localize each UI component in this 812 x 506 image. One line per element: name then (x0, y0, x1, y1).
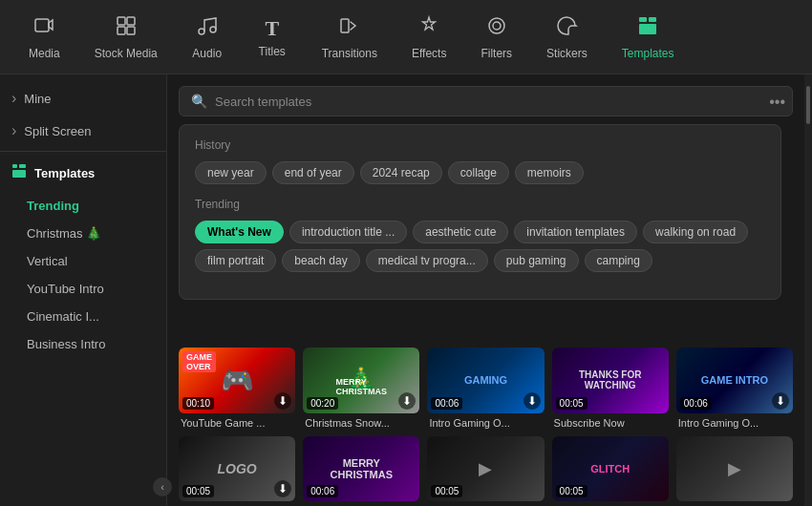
toolbar-transitions-label: Transitions (322, 47, 377, 60)
tag-end-of-year[interactable]: end of year (272, 161, 354, 184)
download-6[interactable]: ⬇ (274, 480, 291, 497)
toolbar-transitions[interactable]: Transitions (309, 7, 391, 68)
duration-2: 00:20 (307, 397, 338, 410)
template-grid-area: 🎮 GAMEOVER 00:10 ⬇ YouTube Game ... 🎄 ME… (167, 336, 804, 506)
tag-pub-gaming[interactable]: pub gaming (494, 249, 579, 272)
thumb-glitch-img: GLITCH 00:05 (552, 436, 669, 502)
tag-new-year[interactable]: new year (195, 161, 267, 184)
template-game-intro-blue[interactable]: GAME INTRO 00:06 ⬇ Intro Gaming O... (676, 348, 793, 429)
toolbar-media-label: Media (29, 47, 60, 60)
toolbar-effects-label: Effects (412, 47, 446, 60)
thumb-youtube-game-img: 🎮 GAMEOVER 00:10 ⬇ (179, 348, 295, 413)
tag-2024-recap[interactable]: 2024 recap (360, 161, 442, 184)
sidebar-item-business[interactable]: Business Intro (15, 330, 166, 358)
toolbar-stock-media[interactable]: Stock Media (81, 7, 171, 68)
download-2[interactable]: ⬇ (398, 392, 416, 410)
search-dropdown: History new year end of year 2024 recap … (179, 124, 781, 300)
filters-icon (485, 14, 508, 43)
more-options-btn[interactable]: ••• (769, 94, 785, 111)
chevron-right-icon: › (11, 90, 16, 107)
search-input[interactable] (215, 95, 780, 109)
sidebar-item-youtube-intro[interactable]: YouTube Intro (15, 275, 166, 303)
duration-8: 00:05 (431, 485, 462, 497)
template-christmas-intro[interactable]: MERRYCHRISTMAS 00:06 Christmas Intro ... (303, 436, 419, 506)
thumb-subscribe-img: THANKS FORWATCHING 00:05 (552, 348, 669, 413)
tag-introduction[interactable]: introduction title ... (289, 221, 407, 243)
label-christmas-snow: Christmas Snow... (303, 417, 419, 429)
sidebar-item-trending[interactable]: Trending (15, 192, 166, 220)
download-3[interactable]: ⬇ (524, 392, 541, 410)
search-area: 🔍 ••• (167, 74, 804, 116)
tag-medical[interactable]: medical tv progra... (366, 249, 488, 272)
search-icon: 🔍 (191, 94, 207, 109)
template-subscribe[interactable]: THANKS FORWATCHING 00:05 Subscribe Now (552, 348, 669, 429)
sidebar-item-split-screen[interactable]: › Split Screen (0, 115, 166, 147)
stock-media-icon (115, 14, 138, 43)
svg-point-6 (210, 27, 216, 32)
tag-camping[interactable]: camping (585, 249, 652, 272)
tag-collage[interactable]: collage (448, 161, 509, 184)
content-area: 🔍 ••• History new year end of year 2024 … (167, 74, 804, 506)
svg-rect-11 (649, 17, 656, 22)
right-scrollbar[interactable] (804, 74, 812, 506)
duration-9: 00:05 (556, 485, 588, 497)
stickers-icon (555, 14, 578, 43)
tag-memoirs[interactable]: memoirs (515, 161, 584, 184)
sidebar-split-label: Split Screen (24, 124, 91, 138)
sidebar-collapse-btn[interactable]: ‹ (153, 477, 172, 496)
template-intro-gaming-1[interactable]: GAMING 00:06 ⬇ Intro Gaming O... (427, 348, 544, 429)
search-bar: 🔍 (179, 86, 793, 116)
chevron-right-icon-2: › (11, 122, 16, 139)
toolbar-media[interactable]: Media (15, 7, 74, 68)
sidebar-christmas-label: Christmas 🎄 (27, 226, 101, 241)
sidebar: › Mine › Split Screen Templates Trending… (0, 74, 167, 506)
trending-tags: What's New introduction title ... aesthe… (195, 221, 765, 272)
svg-rect-14 (19, 164, 26, 168)
template-modern-logo-1[interactable]: LOGO 00:05 ⬇ Modern Logo R... (179, 436, 295, 506)
toolbar-audio[interactable]: Audio (179, 7, 236, 68)
tag-walking[interactable]: walking on road (643, 221, 748, 243)
toolbar-titles-label: Titles (259, 45, 286, 58)
sidebar-templates-header: Templates (0, 156, 166, 190)
sidebar-business-label: Business Intro (27, 337, 105, 351)
transitions-icon (338, 14, 361, 43)
tag-whats-new[interactable]: What's New (195, 221, 284, 243)
thumb-modern-logo-1-img: LOGO 00:05 ⬇ (179, 436, 295, 502)
template-modern-logo-2[interactable]: ▶ Modern Logo R... (676, 436, 793, 506)
history-tags: new year end of year 2024 recap collage … (195, 161, 765, 184)
sidebar-item-cinematic[interactable]: Cinematic I... (15, 303, 166, 330)
media-icon (32, 14, 55, 43)
tag-aesthetic-cute[interactable]: aesthetic cute (413, 221, 508, 243)
toolbar-templates[interactable]: Templates (609, 7, 688, 68)
duration-6: 00:05 (182, 485, 214, 497)
tag-film-portrait[interactable]: film portrait (195, 249, 276, 272)
tag-beach-day[interactable]: beach day (282, 249, 359, 272)
duration-5: 00:06 (680, 397, 712, 410)
trending-title: Trending (195, 198, 765, 211)
sidebar-item-vertical[interactable]: Vertical (15, 247, 166, 275)
tag-invitation[interactable]: invitation templates (514, 221, 637, 243)
sidebar-youtube-label: YouTube Intro (27, 282, 104, 296)
download-5[interactable]: ⬇ (772, 392, 789, 410)
toolbar-effects[interactable]: Effects (398, 7, 459, 68)
duration-7: 00:06 (307, 485, 338, 497)
audio-icon (196, 14, 219, 43)
label-youtube-game: YouTube Game ... (179, 417, 295, 429)
svg-rect-0 (35, 19, 49, 32)
template-clean-logo[interactable]: ▶ 00:05 Clean Logo (427, 436, 544, 506)
grid-icon (11, 163, 27, 182)
template-youtube-game[interactable]: 🎮 GAMEOVER 00:10 ⬇ YouTube Game ... (179, 348, 295, 429)
sidebar-item-christmas[interactable]: Christmas 🎄 (15, 220, 166, 247)
download-1[interactable]: ⬇ (274, 392, 291, 410)
titles-icon: T (265, 16, 279, 41)
toolbar-stickers[interactable]: Stickers (533, 7, 601, 68)
toolbar-titles[interactable]: T Titles (244, 9, 301, 66)
toolbar-stock-label: Stock Media (95, 47, 158, 60)
template-christmas-snow[interactable]: 🎄 MERRYCHRISTMAS 00:20 ⬇ Christmas Snow.… (303, 348, 419, 429)
label-intro-gaming-1: Intro Gaming O... (427, 417, 544, 429)
template-glitch[interactable]: GLITCH 00:05 Glitch Logo Rev... (552, 436, 669, 506)
sidebar-item-mine[interactable]: › Mine (0, 82, 166, 115)
toolbar-filters[interactable]: Filters (467, 7, 525, 68)
sidebar-mine-label: Mine (24, 92, 51, 106)
scroll-thumb (806, 86, 810, 124)
